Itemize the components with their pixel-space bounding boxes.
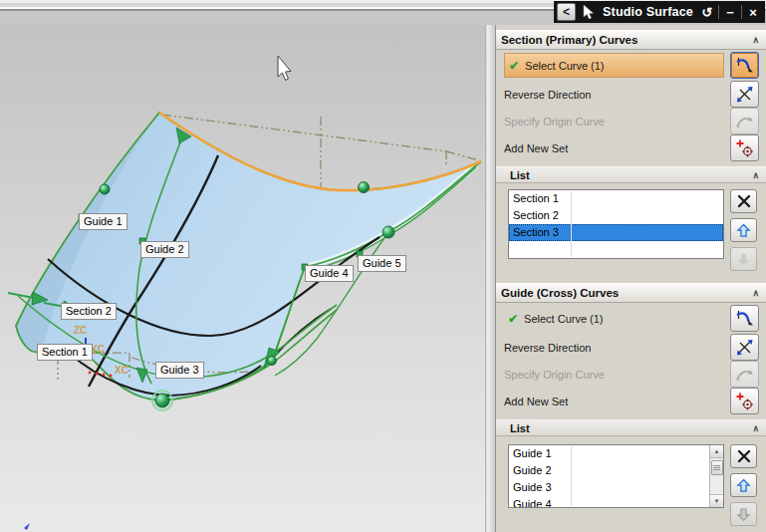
mouse-cursor xyxy=(278,56,291,81)
list-title: List xyxy=(510,169,530,181)
dialog-close-button[interactable]: × xyxy=(744,3,762,21)
add-new-set-label: Add New Set xyxy=(504,142,568,154)
move-guide-down-button xyxy=(730,502,757,526)
list-item-guide-3[interactable]: Guide 3 xyxy=(509,479,709,496)
dialog-titlebar: < Studio Surface ↺ − × xyxy=(554,1,765,23)
dialog-title: Studio Surface xyxy=(598,5,698,19)
add-new-set-icon xyxy=(735,392,755,411)
move-section-down-button xyxy=(730,247,757,271)
axis-label-xc: XC xyxy=(115,365,128,376)
add-new-set-icon xyxy=(735,138,755,158)
dialog-resize-gutter[interactable] xyxy=(485,25,495,532)
select-curve-button-sections[interactable] xyxy=(730,52,759,79)
select-curve-row-guides[interactable]: ✔ Select Curve (1) xyxy=(504,312,724,326)
collapse-chevron-icon[interactable]: ∧ xyxy=(752,170,759,180)
specify-origin-curve-button-guides xyxy=(730,361,759,388)
dialog-collapse-left-button[interactable]: < xyxy=(557,3,576,21)
specify-origin-curve-label: Specify Origin Curve xyxy=(504,369,605,381)
select-curve-button-guides[interactable] xyxy=(730,305,759,332)
scrollbar-up-arrow[interactable]: ▲ xyxy=(710,445,724,458)
remove-guide-button[interactable] xyxy=(730,444,757,468)
arrow-down-icon xyxy=(735,506,752,523)
list-column-divider xyxy=(571,446,572,506)
select-curve-label: Select Curve (1) xyxy=(524,313,603,325)
axis-label-zc: ZC xyxy=(74,325,87,336)
list-column-divider xyxy=(571,191,572,257)
reverse-direction-label: Reverse Direction xyxy=(504,89,591,101)
add-new-set-button-sections[interactable] xyxy=(730,134,759,161)
curve-select-icon xyxy=(735,309,755,329)
pointer-tool-icon xyxy=(580,3,598,21)
delete-x-icon xyxy=(736,448,752,464)
add-new-set-label: Add New Set xyxy=(504,396,568,407)
curve-label-section-1[interactable]: Section 1 xyxy=(37,344,93,361)
select-curve-label: Select Curve (1) xyxy=(525,60,604,72)
specify-origin-curve-button-sections xyxy=(730,108,759,134)
dialog-minimize-button[interactable]: − xyxy=(721,3,739,21)
list-title: List xyxy=(510,422,530,434)
list-item-guide-2[interactable]: Guide 2 xyxy=(509,462,709,479)
curve-select-icon xyxy=(735,56,755,76)
origin-curve-icon xyxy=(735,365,755,385)
curve-label-guide-4[interactable]: Guide 4 xyxy=(305,265,354,282)
group-header-guide-curves[interactable]: Guide (Cross) Curves ∧ xyxy=(496,283,766,303)
collapse-chevron-icon[interactable]: ∧ xyxy=(752,423,759,433)
curve-label-guide-5[interactable]: Guide 5 xyxy=(358,255,406,272)
move-section-up-button[interactable] xyxy=(730,218,757,242)
group-title: Section (Primary) Curves xyxy=(501,34,638,46)
list-item-section-1[interactable]: Section 1 xyxy=(509,190,723,207)
origin-curve-icon xyxy=(735,112,755,132)
specify-origin-curve-label: Specify Origin Curve xyxy=(504,116,605,128)
reverse-direction-icon xyxy=(735,85,755,105)
titlebar-separator xyxy=(741,5,742,19)
viewport-3d[interactable]: Guide 1 Guide 2 Guide 3 Guide 4 Guide 5 … xyxy=(0,25,485,532)
guide-list[interactable]: Guide 1 Guide 2 Guide 3 Guide 4 ▲ ▼ xyxy=(508,444,724,508)
list-item-guide-1[interactable]: Guide 1 xyxy=(509,445,709,462)
studio-surface-dialog: Section (Primary) Curves ∧ ✔ Select Curv… xyxy=(495,25,766,532)
group-header-section-curves[interactable]: Section (Primary) Curves ∧ xyxy=(496,30,766,50)
group-title: Guide (Cross) Curves xyxy=(501,287,619,299)
curve-label-guide-1[interactable]: Guide 1 xyxy=(79,213,128,230)
curve-label-guide-3[interactable]: Guide 3 xyxy=(155,362,204,379)
scrollbar-down-arrow[interactable]: ▼ xyxy=(710,494,724,507)
list-item-section-2[interactable]: Section 2 xyxy=(509,207,723,224)
curve-label-section-2[interactable]: Section 2 xyxy=(61,303,117,320)
arrow-down-icon xyxy=(735,251,752,268)
curve-label-guide-2[interactable]: Guide 2 xyxy=(140,241,189,258)
view-triad-tip xyxy=(24,523,30,530)
collapse-chevron-icon[interactable]: ∧ xyxy=(752,288,759,298)
check-icon: ✔ xyxy=(509,59,519,73)
guide-list-scrollbar[interactable]: ▲ ▼ xyxy=(709,445,723,507)
reverse-direction-button-sections[interactable] xyxy=(730,81,759,108)
move-guide-up-button[interactable] xyxy=(730,473,757,497)
remove-section-button[interactable] xyxy=(730,189,757,213)
scene-3d xyxy=(0,25,485,532)
select-curve-row-sections[interactable]: ✔ Select Curve (1) xyxy=(504,53,724,78)
list-item-guide-4[interactable]: Guide 4 xyxy=(509,496,709,508)
reverse-direction-icon xyxy=(735,338,755,358)
collapse-chevron-icon[interactable]: ∧ xyxy=(752,35,759,45)
titlebar-separator xyxy=(718,5,719,19)
reverse-direction-button-guides[interactable] xyxy=(730,334,759,361)
arrow-up-icon xyxy=(735,222,752,239)
list-header-guides[interactable]: List ∧ xyxy=(496,419,766,436)
dialog-reset-button[interactable]: ↺ xyxy=(698,3,716,21)
arrow-up-icon xyxy=(735,477,752,494)
check-icon: ✔ xyxy=(508,312,518,326)
scrollbar-thumb[interactable] xyxy=(711,460,723,475)
delete-x-icon xyxy=(736,193,752,209)
list-item-section-3[interactable]: Section 3 xyxy=(509,224,723,241)
add-new-set-button-guides[interactable] xyxy=(730,388,759,414)
axis-label-yc: YC xyxy=(91,344,105,355)
section-list[interactable]: Section 1 Section 2 Section 3 xyxy=(508,189,724,259)
list-header-sections[interactable]: List ∧ xyxy=(496,166,766,183)
reverse-direction-label: Reverse Direction xyxy=(504,342,591,354)
